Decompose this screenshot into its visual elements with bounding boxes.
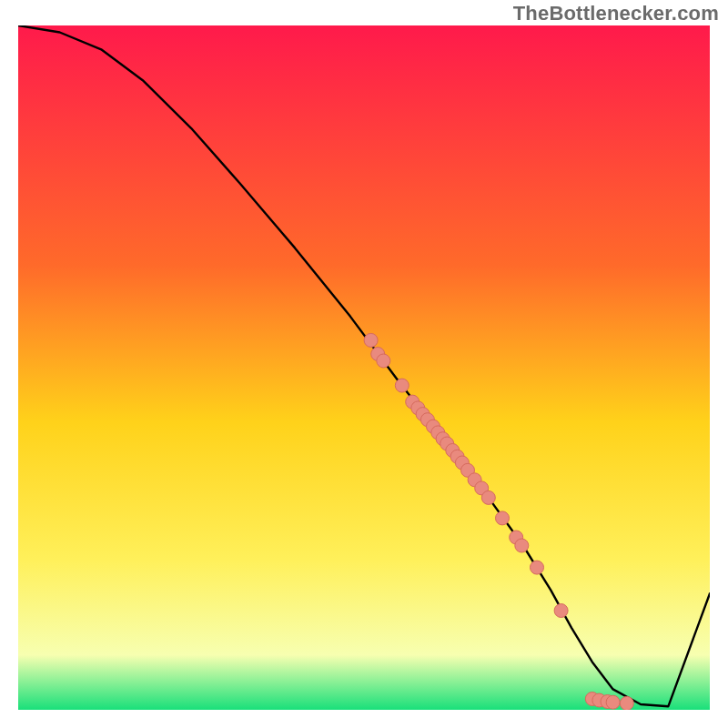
data-point <box>481 490 495 504</box>
bottleneck-chart <box>18 25 710 710</box>
data-point <box>531 561 544 574</box>
data-point <box>606 695 620 709</box>
stage: TheBottlenecker.com <box>0 0 728 728</box>
chart-svg <box>18 25 710 710</box>
data-point <box>620 696 633 710</box>
data-point <box>364 333 378 347</box>
data-point <box>496 511 510 525</box>
heatmap-background <box>18 25 710 710</box>
data-point <box>377 354 390 368</box>
data-point <box>515 539 529 552</box>
watermark-text: TheBottlenecker.com <box>513 2 719 25</box>
data-point <box>554 604 568 618</box>
data-point <box>395 379 409 392</box>
